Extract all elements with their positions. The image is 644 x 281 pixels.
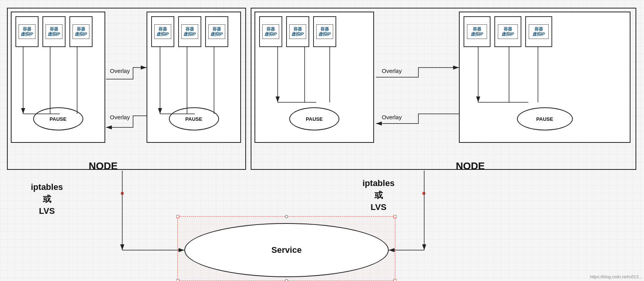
- pod-rl1: 容器虚拟IP: [259, 16, 282, 47]
- pause-r2: PAUSE: [517, 107, 573, 130]
- pod-r1: 容器虚拟IP: [151, 16, 174, 47]
- pod-rr2-label: 容器虚拟IP: [498, 24, 518, 39]
- node2-label: NODE: [456, 160, 485, 172]
- handle-tr[interactable]: [393, 215, 396, 218]
- pod-r2: 容器虚拟IP: [178, 16, 201, 47]
- pod-l1-label: 容器虚拟IP: [19, 24, 36, 39]
- pod-r3: 容器虚拟IP: [205, 16, 228, 47]
- overlay2-label: Overlay: [110, 114, 130, 120]
- pod-l3-label: 容器虚拟IP: [72, 24, 90, 39]
- overlay4-label: Overlay: [382, 114, 402, 120]
- pod-rl3: 容器虚拟IP: [313, 16, 336, 47]
- left-pod-group2: 容器虚拟IP 容器虚拟IP 容器虚拟IP PAUSE: [147, 12, 241, 143]
- right-pod-group2: 容器虚拟IP 容器虚拟IP 容器虚拟IP PAUSE: [459, 12, 631, 143]
- overlay1-label: Overlay: [110, 68, 130, 74]
- pod-rl1-label: 容器虚拟IP: [262, 24, 280, 39]
- overlay3-label: Overlay: [382, 68, 402, 74]
- handle-br[interactable]: [393, 279, 396, 281]
- handle-tm[interactable]: [285, 215, 288, 218]
- red-dot-left: [121, 192, 124, 195]
- pause-l2: PAUSE: [169, 107, 219, 130]
- pod-l1: 容器虚拟IP: [15, 16, 39, 47]
- handle-bl[interactable]: [176, 279, 179, 281]
- handle-bm[interactable]: [285, 279, 288, 281]
- watermark: https://blog.csdn.net/u013...: [590, 274, 642, 279]
- pod-r1-label: 容器虚拟IP: [154, 24, 172, 39]
- right-pod-group1: 容器虚拟IP 容器虚拟IP 容器虚拟IP PAUSE: [255, 12, 374, 143]
- pod-rl3-label: 容器虚拟IP: [316, 24, 334, 39]
- pause-r1: PAUSE: [289, 107, 339, 130]
- pod-rr3-label: 容器虚拟IP: [529, 24, 549, 39]
- service-label: Service: [271, 245, 302, 255]
- pod-l2: 容器虚拟IP: [42, 16, 66, 47]
- pod-rr1: 容器虚拟IP: [464, 16, 491, 47]
- handle-tl[interactable]: [176, 215, 179, 218]
- pod-rr1-label: 容器虚拟IP: [467, 24, 487, 39]
- pod-rr2: 容器虚拟IP: [494, 16, 521, 47]
- pause-l1: PAUSE: [33, 107, 83, 130]
- pod-l2-label: 容器虚拟IP: [46, 24, 63, 39]
- pod-r2-label: 容器虚拟IP: [181, 24, 199, 39]
- left-pod-group: 容器虚拟IP 容器虚拟IP 容器虚拟IP PAUSE: [11, 12, 105, 143]
- pod-rl2-label: 容器虚拟IP: [289, 24, 307, 39]
- service-ellipse: Service: [184, 223, 389, 277]
- pod-rr3: 容器虚拟IP: [525, 16, 552, 47]
- red-dot-right: [422, 192, 425, 195]
- iptables-label-right: iptables 或 LVS: [362, 178, 394, 213]
- iptables-label-left: iptables 或 LVS: [31, 181, 63, 217]
- node1-label: NODE: [89, 160, 118, 172]
- pod-r3-label: 容器虚拟IP: [208, 24, 226, 39]
- pod-l3: 容器虚拟IP: [69, 16, 93, 47]
- pod-rl2: 容器虚拟IP: [286, 16, 309, 47]
